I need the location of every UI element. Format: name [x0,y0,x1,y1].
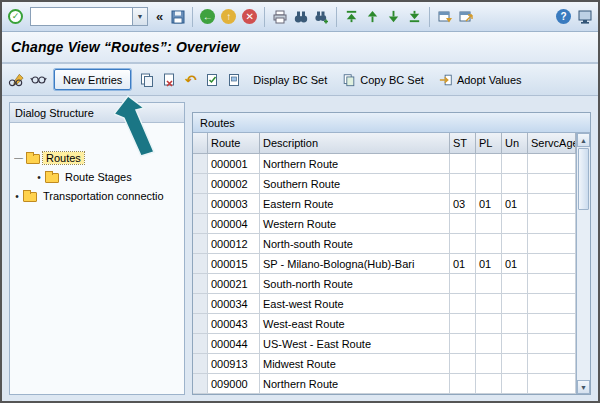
cell-description[interactable]: West-east Route [260,314,450,334]
command-input[interactable] [31,9,132,24]
cell-st[interactable] [450,154,476,174]
cell-description[interactable]: Midwest Route [260,354,450,374]
tree-item-routes[interactable]: — Routes [14,149,181,167]
cell-route[interactable]: 000913 [208,354,260,374]
cell-pl[interactable] [476,314,502,334]
row-selector[interactable] [193,274,208,294]
cell-servcagent[interactable] [528,214,576,234]
save-icon[interactable] [168,7,187,26]
cell-route[interactable]: 000034 [208,294,260,314]
cell-un[interactable] [502,234,528,254]
tree-label-route-stages[interactable]: Route Stages [62,171,135,183]
cell-st[interactable] [450,274,476,294]
row-selector[interactable] [193,294,208,314]
cell-pl[interactable] [476,154,502,174]
cell-st[interactable]: 03 [450,194,476,214]
cell-route[interactable]: 000012 [208,234,260,254]
cell-description[interactable]: East-west Route [260,294,450,314]
cell-servcagent[interactable] [528,174,576,194]
cell-servcagent[interactable] [528,314,576,334]
cell-pl[interactable] [476,374,502,394]
cell-route[interactable]: 000001 [208,154,260,174]
display-change-toggle-icon[interactable] [7,70,26,89]
cell-st[interactable] [450,374,476,394]
cell-pl[interactable] [476,214,502,234]
table-header-st[interactable]: ST [450,133,476,154]
table-header-servcagent[interactable]: ServcAgent [528,133,576,154]
cell-pl[interactable] [476,354,502,374]
cell-servcagent[interactable] [528,374,576,394]
customize-layout-icon[interactable] [575,7,594,26]
cell-un[interactable] [502,154,528,174]
last-page-icon[interactable] [405,7,424,26]
exit-icon[interactable]: ↑ [219,7,238,26]
print-icon[interactable] [270,7,289,26]
row-selector[interactable] [193,254,208,274]
cell-servcagent[interactable] [528,254,576,274]
vertical-scrollbar[interactable]: ▲ ▼ [576,133,590,394]
cell-st[interactable] [450,174,476,194]
cell-route[interactable]: 000021 [208,274,260,294]
cell-servcagent[interactable] [528,234,576,254]
row-selector[interactable] [193,174,208,194]
cell-description[interactable]: South-north Route [260,274,450,294]
cell-description[interactable]: North-south Route [260,234,450,254]
cell-servcagent[interactable] [528,274,576,294]
cell-un[interactable] [502,374,528,394]
help-icon[interactable]: ? [554,7,573,26]
scrollbar-track[interactable] [577,147,590,380]
new-session-icon[interactable] [435,7,454,26]
cell-description[interactable]: SP - Milano-Bologna(Hub)-Bari [260,254,450,274]
cell-pl[interactable] [476,174,502,194]
cell-description[interactable]: Northern Route [260,154,450,174]
table-header-un[interactable]: Un [502,133,528,154]
page-down-icon[interactable] [384,7,403,26]
enter-icon[interactable]: ✓ [6,7,25,26]
cell-pl[interactable]: 01 [476,194,502,214]
create-shortcut-icon[interactable] [456,7,475,26]
row-selector[interactable] [193,374,208,394]
cell-un[interactable] [502,314,528,334]
cell-route[interactable]: 000002 [208,174,260,194]
cell-un[interactable] [502,274,528,294]
table-header-pl[interactable]: PL [476,133,502,154]
adopt-values-button[interactable]: Adopt Values [433,69,528,90]
table-header-selection[interactable] [193,133,208,154]
cell-st[interactable] [450,314,476,334]
command-dropdown-icon[interactable]: ▼ [132,8,147,25]
delete-entry-icon[interactable] [159,70,178,89]
cell-description[interactable]: US-West - East Route [260,334,450,354]
cell-route[interactable]: 000015 [208,254,260,274]
collapse-toolbar-icon[interactable]: « [153,9,166,24]
cell-un[interactable] [502,294,528,314]
back-icon[interactable]: ← [198,7,217,26]
row-selector[interactable] [193,354,208,374]
cell-st[interactable] [450,214,476,234]
row-selector[interactable] [193,194,208,214]
scrollbar-thumb[interactable] [578,148,589,210]
tree-label-transportation-connection[interactable]: Transportation connectio [40,190,167,202]
cell-pl[interactable] [476,234,502,254]
undo-change-icon[interactable]: ↶ [181,70,200,89]
cell-servcagent[interactable] [528,334,576,354]
cell-un[interactable]: 01 [502,254,528,274]
cell-st[interactable] [450,354,476,374]
cell-pl[interactable] [476,294,502,314]
copy-bc-set-button[interactable]: Copy BC Set [336,69,430,90]
cell-route[interactable]: 000043 [208,314,260,334]
tree-item-transportation-connection[interactable]: • Transportation connectio [14,187,181,205]
cell-pl[interactable] [476,334,502,354]
cell-servcagent[interactable] [528,154,576,174]
cell-description[interactable]: Northern Route [260,374,450,394]
cell-pl[interactable] [476,274,502,294]
cell-un[interactable] [502,334,528,354]
row-selector[interactable] [193,314,208,334]
cell-servcagent[interactable] [528,354,576,374]
select-block-icon[interactable] [225,70,244,89]
copy-as-icon[interactable] [137,70,156,89]
cell-route[interactable]: 000003 [208,194,260,214]
page-up-icon[interactable] [363,7,382,26]
cell-description[interactable]: Southern Route [260,174,450,194]
row-selector[interactable] [193,234,208,254]
cell-st[interactable] [450,294,476,314]
